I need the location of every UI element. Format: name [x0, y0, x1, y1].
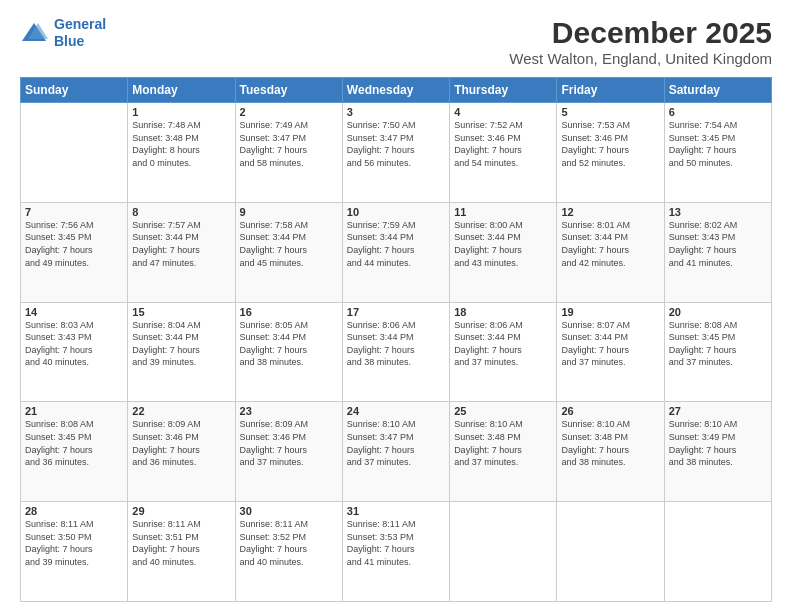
- calendar-week-1: 1Sunrise: 7:48 AMSunset: 3:48 PMDaylight…: [21, 103, 772, 203]
- calendar-cell: 7Sunrise: 7:56 AMSunset: 3:45 PMDaylight…: [21, 202, 128, 302]
- col-friday: Friday: [557, 78, 664, 103]
- cell-content: Sunrise: 8:10 AMSunset: 3:49 PMDaylight:…: [669, 418, 767, 468]
- cell-content: Sunrise: 8:10 AMSunset: 3:48 PMDaylight:…: [561, 418, 659, 468]
- day-number: 29: [132, 505, 230, 517]
- calendar-cell: 2Sunrise: 7:49 AMSunset: 3:47 PMDaylight…: [235, 103, 342, 203]
- cell-content: Sunrise: 8:07 AMSunset: 3:44 PMDaylight:…: [561, 319, 659, 369]
- calendar-cell: 28Sunrise: 8:11 AMSunset: 3:50 PMDayligh…: [21, 502, 128, 602]
- calendar-cell: 29Sunrise: 8:11 AMSunset: 3:51 PMDayligh…: [128, 502, 235, 602]
- main-title: December 2025: [509, 16, 772, 50]
- day-number: 17: [347, 306, 445, 318]
- calendar-cell: 26Sunrise: 8:10 AMSunset: 3:48 PMDayligh…: [557, 402, 664, 502]
- cell-content: Sunrise: 7:52 AMSunset: 3:46 PMDaylight:…: [454, 119, 552, 169]
- day-number: 9: [240, 206, 338, 218]
- col-saturday: Saturday: [664, 78, 771, 103]
- calendar-cell: 24Sunrise: 8:10 AMSunset: 3:47 PMDayligh…: [342, 402, 449, 502]
- day-number: 5: [561, 106, 659, 118]
- day-number: 8: [132, 206, 230, 218]
- day-number: 30: [240, 505, 338, 517]
- calendar-cell: 14Sunrise: 8:03 AMSunset: 3:43 PMDayligh…: [21, 302, 128, 402]
- cell-content: Sunrise: 8:11 AMSunset: 3:52 PMDaylight:…: [240, 518, 338, 568]
- calendar-cell: [557, 502, 664, 602]
- day-number: 13: [669, 206, 767, 218]
- cell-content: Sunrise: 8:06 AMSunset: 3:44 PMDaylight:…: [347, 319, 445, 369]
- calendar-header-row: Sunday Monday Tuesday Wednesday Thursday…: [21, 78, 772, 103]
- cell-content: Sunrise: 8:03 AMSunset: 3:43 PMDaylight:…: [25, 319, 123, 369]
- header: General Blue December 2025 West Walton, …: [20, 16, 772, 67]
- day-number: 6: [669, 106, 767, 118]
- day-number: 10: [347, 206, 445, 218]
- cell-content: Sunrise: 8:04 AMSunset: 3:44 PMDaylight:…: [132, 319, 230, 369]
- calendar-cell: 10Sunrise: 7:59 AMSunset: 3:44 PMDayligh…: [342, 202, 449, 302]
- cell-content: Sunrise: 7:54 AMSunset: 3:45 PMDaylight:…: [669, 119, 767, 169]
- day-number: 20: [669, 306, 767, 318]
- cell-content: Sunrise: 8:06 AMSunset: 3:44 PMDaylight:…: [454, 319, 552, 369]
- calendar-cell: 23Sunrise: 8:09 AMSunset: 3:46 PMDayligh…: [235, 402, 342, 502]
- day-number: 25: [454, 405, 552, 417]
- calendar-week-5: 28Sunrise: 8:11 AMSunset: 3:50 PMDayligh…: [21, 502, 772, 602]
- day-number: 24: [347, 405, 445, 417]
- calendar-cell: [450, 502, 557, 602]
- day-number: 11: [454, 206, 552, 218]
- calendar-week-2: 7Sunrise: 7:56 AMSunset: 3:45 PMDaylight…: [21, 202, 772, 302]
- calendar-table: Sunday Monday Tuesday Wednesday Thursday…: [20, 77, 772, 602]
- cell-content: Sunrise: 8:08 AMSunset: 3:45 PMDaylight:…: [25, 418, 123, 468]
- cell-content: Sunrise: 8:00 AMSunset: 3:44 PMDaylight:…: [454, 219, 552, 269]
- cell-content: Sunrise: 8:01 AMSunset: 3:44 PMDaylight:…: [561, 219, 659, 269]
- cell-content: Sunrise: 7:58 AMSunset: 3:44 PMDaylight:…: [240, 219, 338, 269]
- calendar-cell: 13Sunrise: 8:02 AMSunset: 3:43 PMDayligh…: [664, 202, 771, 302]
- logo-icon: [20, 21, 48, 45]
- calendar-cell: 19Sunrise: 8:07 AMSunset: 3:44 PMDayligh…: [557, 302, 664, 402]
- col-sunday: Sunday: [21, 78, 128, 103]
- calendar-cell: 25Sunrise: 8:10 AMSunset: 3:48 PMDayligh…: [450, 402, 557, 502]
- cell-content: Sunrise: 8:10 AMSunset: 3:48 PMDaylight:…: [454, 418, 552, 468]
- cell-content: Sunrise: 8:10 AMSunset: 3:47 PMDaylight:…: [347, 418, 445, 468]
- cell-content: Sunrise: 7:50 AMSunset: 3:47 PMDaylight:…: [347, 119, 445, 169]
- day-number: 31: [347, 505, 445, 517]
- calendar-cell: 22Sunrise: 8:09 AMSunset: 3:46 PMDayligh…: [128, 402, 235, 502]
- day-number: 18: [454, 306, 552, 318]
- day-number: 3: [347, 106, 445, 118]
- cell-content: Sunrise: 7:48 AMSunset: 3:48 PMDaylight:…: [132, 119, 230, 169]
- cell-content: Sunrise: 8:02 AMSunset: 3:43 PMDaylight:…: [669, 219, 767, 269]
- day-number: 19: [561, 306, 659, 318]
- day-number: 28: [25, 505, 123, 517]
- calendar-cell: 20Sunrise: 8:08 AMSunset: 3:45 PMDayligh…: [664, 302, 771, 402]
- col-thursday: Thursday: [450, 78, 557, 103]
- calendar-cell: 11Sunrise: 8:00 AMSunset: 3:44 PMDayligh…: [450, 202, 557, 302]
- calendar-cell: 21Sunrise: 8:08 AMSunset: 3:45 PMDayligh…: [21, 402, 128, 502]
- calendar-cell: 31Sunrise: 8:11 AMSunset: 3:53 PMDayligh…: [342, 502, 449, 602]
- day-number: 14: [25, 306, 123, 318]
- calendar-cell: 15Sunrise: 8:04 AMSunset: 3:44 PMDayligh…: [128, 302, 235, 402]
- calendar-cell: 17Sunrise: 8:06 AMSunset: 3:44 PMDayligh…: [342, 302, 449, 402]
- logo-line2: Blue: [54, 33, 84, 49]
- day-number: 22: [132, 405, 230, 417]
- calendar-cell: 6Sunrise: 7:54 AMSunset: 3:45 PMDaylight…: [664, 103, 771, 203]
- day-number: 15: [132, 306, 230, 318]
- cell-content: Sunrise: 8:09 AMSunset: 3:46 PMDaylight:…: [240, 418, 338, 468]
- calendar-cell: 30Sunrise: 8:11 AMSunset: 3:52 PMDayligh…: [235, 502, 342, 602]
- calendar-body: 1Sunrise: 7:48 AMSunset: 3:48 PMDaylight…: [21, 103, 772, 602]
- calendar-week-4: 21Sunrise: 8:08 AMSunset: 3:45 PMDayligh…: [21, 402, 772, 502]
- day-number: 27: [669, 405, 767, 417]
- calendar-cell: [21, 103, 128, 203]
- calendar-cell: 16Sunrise: 8:05 AMSunset: 3:44 PMDayligh…: [235, 302, 342, 402]
- cell-content: Sunrise: 7:49 AMSunset: 3:47 PMDaylight:…: [240, 119, 338, 169]
- calendar-cell: 12Sunrise: 8:01 AMSunset: 3:44 PMDayligh…: [557, 202, 664, 302]
- col-monday: Monday: [128, 78, 235, 103]
- cell-content: Sunrise: 7:59 AMSunset: 3:44 PMDaylight:…: [347, 219, 445, 269]
- cell-content: Sunrise: 8:11 AMSunset: 3:51 PMDaylight:…: [132, 518, 230, 568]
- page: General Blue December 2025 West Walton, …: [0, 0, 792, 612]
- day-number: 16: [240, 306, 338, 318]
- calendar-cell: 27Sunrise: 8:10 AMSunset: 3:49 PMDayligh…: [664, 402, 771, 502]
- day-number: 12: [561, 206, 659, 218]
- cell-content: Sunrise: 8:09 AMSunset: 3:46 PMDaylight:…: [132, 418, 230, 468]
- calendar-cell: 4Sunrise: 7:52 AMSunset: 3:46 PMDaylight…: [450, 103, 557, 203]
- day-number: 1: [132, 106, 230, 118]
- logo: General Blue: [20, 16, 106, 50]
- title-block: December 2025 West Walton, England, Unit…: [509, 16, 772, 67]
- cell-content: Sunrise: 7:57 AMSunset: 3:44 PMDaylight:…: [132, 219, 230, 269]
- day-number: 2: [240, 106, 338, 118]
- logo-line1: General: [54, 16, 106, 32]
- cell-content: Sunrise: 7:53 AMSunset: 3:46 PMDaylight:…: [561, 119, 659, 169]
